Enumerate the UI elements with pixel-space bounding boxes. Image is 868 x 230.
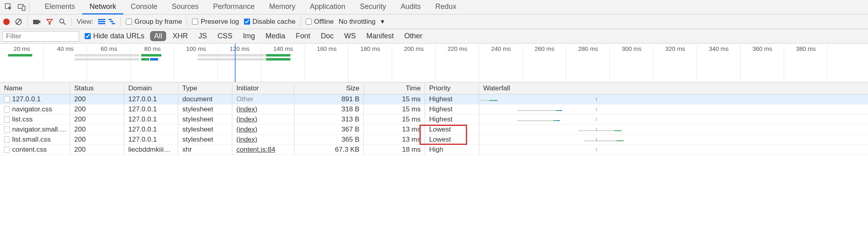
table-row[interactable]: navigator.css200127.0.0.1stylesheet(inde…: [0, 105, 868, 115]
initiator-link[interactable]: content.js:84: [236, 146, 275, 153]
cell-time: 13 ms: [364, 124, 425, 135]
offline-checkbox[interactable]: Offline: [306, 18, 334, 26]
cell-initiator: (index): [232, 104, 294, 115]
divider: [71, 17, 72, 26]
timeline-tick: 360 ms: [741, 45, 784, 52]
cell-time: 15 ms: [364, 114, 425, 125]
large-rows-icon[interactable]: [98, 18, 105, 25]
tab-sources[interactable]: Sources: [165, 0, 206, 15]
initiator-link[interactable]: (index): [236, 105, 257, 113]
tab-memory[interactable]: Memory: [262, 0, 303, 15]
col-header-initiator[interactable]: Initiator: [232, 83, 294, 94]
timeline-tick: 240 ms: [479, 45, 523, 52]
timeline-tick: 160 ms: [305, 45, 348, 52]
col-header-status[interactable]: Status: [70, 83, 124, 94]
cell-name: navigator.small.…: [12, 125, 67, 134]
record-button[interactable]: [3, 19, 10, 25]
search-icon[interactable]: [58, 18, 67, 26]
filter-input[interactable]: [2, 31, 79, 42]
type-filter-other[interactable]: Other: [400, 31, 426, 41]
cell-initiator: content.js:84: [232, 144, 294, 155]
inspect-element-icon[interactable]: [3, 2, 15, 13]
svg-rect-2: [22, 6, 25, 10]
devtools-tabbar: ElementsNetworkConsoleSourcesPerformance…: [0, 0, 868, 15]
file-icon: [4, 146, 10, 153]
preserve-log-checkbox[interactable]: Preserve log: [192, 18, 239, 26]
svg-line-7: [63, 23, 65, 25]
hide-data-urls-checkbox[interactable]: Hide data URLs: [85, 32, 144, 40]
type-filter-js[interactable]: JS: [194, 31, 211, 41]
type-filter-font[interactable]: Font: [292, 31, 314, 41]
timeline-tick: 380 ms: [784, 45, 828, 52]
type-filter-ws[interactable]: WS: [340, 31, 360, 41]
preserve-log-label: Preserve log: [200, 18, 239, 26]
cell-size: 367 B: [294, 124, 364, 135]
svg-rect-11: [108, 19, 112, 20]
col-header-time[interactable]: Time: [364, 83, 425, 94]
cell-priority: Highest: [425, 104, 479, 115]
initiator-link[interactable]: (index): [236, 125, 257, 133]
initiator-link[interactable]: (index): [236, 136, 257, 143]
timeline-overview[interactable]: 20 ms40 ms60 ms80 ms100 ms120 ms140 ms16…: [0, 44, 868, 82]
tab-network[interactable]: Network: [82, 0, 123, 15]
type-filter-all[interactable]: All: [150, 31, 166, 41]
col-header-waterfall[interactable]: Waterfall: [479, 83, 868, 94]
timeline-tick: 280 ms: [566, 45, 610, 52]
cell-initiator: (index): [232, 124, 294, 135]
initiator-link[interactable]: (index): [236, 115, 257, 123]
col-header-name[interactable]: Name: [0, 83, 70, 94]
type-filter-media[interactable]: Media: [261, 31, 289, 41]
col-header-domain[interactable]: Domain: [124, 83, 178, 94]
divider: [300, 17, 301, 26]
type-filter-manifest[interactable]: Manifest: [362, 31, 398, 41]
tab-security[interactable]: Security: [353, 0, 393, 15]
timeline-tick: 80 ms: [131, 45, 174, 52]
type-filter-doc[interactable]: Doc: [317, 31, 338, 41]
cell-waterfall: [479, 148, 868, 151]
tab-console[interactable]: Console: [123, 0, 165, 15]
highlight-annotation: [419, 125, 467, 145]
table-row[interactable]: list.css200127.0.0.1stylesheet(index)313…: [0, 115, 868, 125]
clear-icon[interactable]: [15, 18, 23, 26]
col-header-type[interactable]: Type: [178, 83, 232, 94]
timeline-tick: 320 ms: [653, 45, 697, 52]
tab-elements[interactable]: Elements: [38, 0, 82, 15]
type-filter-css[interactable]: CSS: [213, 31, 236, 41]
table-row[interactable]: content.css200liecbddmkiiih…xhrcontent.j…: [0, 145, 868, 155]
timeline-tick: 340 ms: [697, 45, 741, 52]
cell-domain: 127.0.0.1: [124, 114, 178, 125]
group-by-frame-checkbox[interactable]: Group by frame: [126, 18, 182, 26]
timeline-tick: 140 ms: [261, 45, 305, 52]
timeline-tick: 40 ms: [44, 45, 87, 52]
waterfall-view-icon[interactable]: [108, 18, 116, 25]
file-icon: [4, 126, 10, 133]
cell-time: 15 ms: [364, 104, 425, 115]
table-header: Name Status Domain Type Initiator Size T…: [0, 82, 868, 94]
view-label: View:: [77, 18, 93, 26]
cell-status: 200: [70, 124, 124, 135]
tab-application[interactable]: Application: [303, 0, 353, 15]
type-filter-xhr[interactable]: XHR: [169, 31, 192, 41]
cell-domain: 127.0.0.1: [124, 124, 178, 135]
type-filter-img[interactable]: Img: [239, 31, 259, 41]
throttling-select[interactable]: No throttling ▾: [338, 17, 384, 26]
tab-audits[interactable]: Audits: [393, 0, 428, 15]
timeline-playhead: [235, 44, 236, 82]
cell-name: list.small.css: [12, 136, 50, 144]
cell-domain: 127.0.0.1: [124, 104, 178, 115]
tab-performance[interactable]: Performance: [206, 0, 262, 15]
cell-size: 67.3 KB: [294, 144, 364, 155]
svg-point-6: [60, 19, 64, 23]
tab-redux[interactable]: Redux: [428, 0, 463, 15]
col-header-priority[interactable]: Priority: [425, 83, 479, 94]
table-row[interactable]: 127.0.0.1200127.0.0.1documentOther891 B1…: [0, 94, 868, 105]
overview-bars: [0, 54, 868, 78]
disable-cache-label: Disable cache: [252, 18, 296, 26]
screenshot-icon[interactable]: [33, 18, 41, 26]
col-header-size[interactable]: Size: [294, 83, 364, 94]
device-toggle-icon[interactable]: [16, 2, 27, 13]
timeline-tick: 220 ms: [436, 45, 479, 52]
group-by-frame-label: Group by frame: [134, 18, 182, 26]
disable-cache-checkbox[interactable]: Disable cache: [244, 18, 296, 26]
filter-icon[interactable]: [46, 18, 54, 26]
